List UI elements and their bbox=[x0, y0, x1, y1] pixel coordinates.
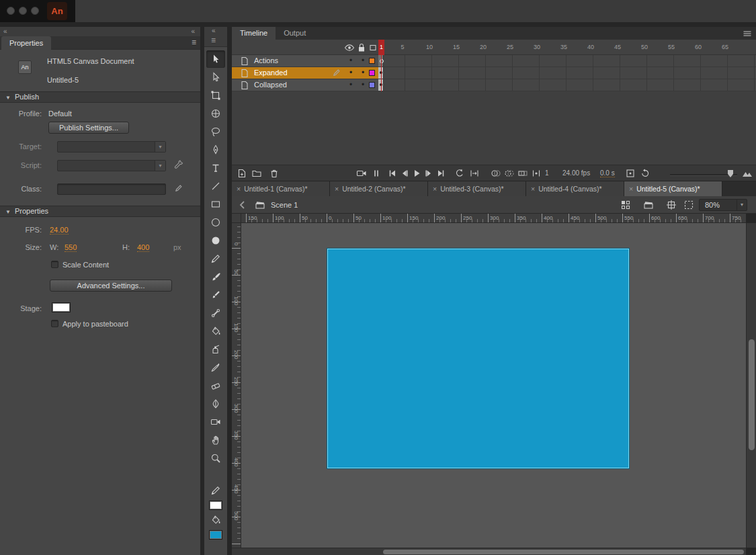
document-tab[interactable]: ×Untitled-5 (Canvas)* bbox=[624, 181, 722, 196]
frame-rate-indicator[interactable]: 24.00 fps bbox=[562, 169, 590, 177]
pause-button[interactable] bbox=[370, 167, 382, 179]
edit-scene-button[interactable] bbox=[643, 200, 655, 212]
close-tab-icon[interactable]: × bbox=[629, 185, 633, 193]
close-tab-icon[interactable]: × bbox=[531, 185, 535, 193]
layer-name-area[interactable]: Collapsed•• bbox=[232, 79, 378, 91]
oval-tool[interactable] bbox=[206, 214, 225, 231]
fps-value[interactable]: 24.00 bbox=[50, 226, 69, 234]
vertical-scrollbar[interactable] bbox=[746, 223, 756, 548]
delete-layer-button[interactable] bbox=[268, 167, 280, 179]
publish-section-header[interactable]: ▼Publish bbox=[0, 91, 200, 103]
zoom-dropdown-arrow-icon[interactable]: ▾ bbox=[737, 200, 747, 210]
loop-playback-button[interactable] bbox=[454, 167, 466, 179]
tools-menu-icon[interactable]: ≡ bbox=[211, 36, 216, 45]
close-tab-icon[interactable]: × bbox=[335, 185, 339, 193]
stroke-color-swatch[interactable] bbox=[209, 501, 222, 510]
panel-menu-icon[interactable]: ≡ bbox=[192, 38, 196, 47]
dropdown-arrow-icon[interactable]: ▾ bbox=[155, 161, 165, 171]
horizontal-scrollbar[interactable] bbox=[232, 548, 746, 555]
apply-to-pasteboard-checkbox[interactable] bbox=[51, 320, 58, 327]
layer-name-area[interactable]: Actions•• bbox=[232, 55, 378, 67]
stage-color-swatch[interactable] bbox=[52, 302, 71, 312]
free-transform-tool[interactable] bbox=[206, 87, 225, 104]
script-select[interactable]: ▾ bbox=[57, 160, 166, 171]
width-tool[interactable] bbox=[206, 395, 225, 413]
selection-tool[interactable] bbox=[206, 50, 225, 68]
timeline-zoom-slider-thumb[interactable] bbox=[728, 170, 733, 177]
center-stage-button[interactable] bbox=[666, 200, 678, 212]
stage-canvas[interactable] bbox=[327, 249, 629, 468]
onion-skin-button[interactable] bbox=[490, 167, 502, 179]
edit-multiple-frames-button[interactable] bbox=[517, 167, 529, 179]
advanced-settings-button[interactable]: Advanced Settings... bbox=[50, 280, 172, 292]
dropdown-arrow-icon[interactable]: ▾ bbox=[155, 142, 165, 152]
collapse-tools-icon[interactable]: « bbox=[212, 27, 216, 34]
go-to-last-frame-button[interactable] bbox=[435, 167, 447, 179]
document-tab[interactable]: ×Untitled-4 (Canvas)* bbox=[526, 181, 624, 196]
gradient-transform-tool[interactable] bbox=[206, 105, 225, 122]
class-input[interactable] bbox=[57, 183, 166, 195]
width-value[interactable]: 550 bbox=[65, 243, 77, 252]
eyedropper-tool[interactable] bbox=[206, 359, 225, 376]
tab-output[interactable]: Output bbox=[276, 27, 314, 40]
layer-lock-dot[interactable]: • bbox=[358, 68, 368, 77]
document-tab[interactable]: ×Untitled-3 (Canvas)* bbox=[428, 181, 526, 196]
clip-content-button[interactable] bbox=[683, 200, 696, 212]
add-camera-button[interactable] bbox=[355, 167, 368, 179]
target-select[interactable]: ▾ bbox=[57, 141, 166, 153]
zoom-tool[interactable] bbox=[206, 450, 225, 467]
timeline-menu-icon[interactable] bbox=[742, 28, 753, 40]
reset-timeline-zoom-button[interactable] bbox=[639, 167, 651, 179]
play-button[interactable] bbox=[411, 167, 423, 179]
bone-tool[interactable] bbox=[206, 304, 225, 322]
step-back-button[interactable] bbox=[398, 167, 411, 179]
tab-properties[interactable]: Properties bbox=[1, 36, 51, 50]
pasteboard[interactable] bbox=[241, 223, 746, 548]
timeline-zoom-large-icon[interactable] bbox=[741, 167, 753, 179]
document-tab[interactable]: ×Untitled-2 (Canvas)* bbox=[330, 181, 428, 196]
scale-content-checkbox[interactable] bbox=[51, 261, 58, 268]
step-forward-button[interactable] bbox=[423, 167, 435, 179]
layer-frame-strip[interactable] bbox=[378, 55, 756, 67]
pencil-tool[interactable] bbox=[206, 250, 225, 267]
zoom-level-select[interactable]: 80% ▾ bbox=[699, 199, 747, 211]
paint-bucket-tool[interactable] bbox=[206, 323, 225, 340]
publish-settings-button[interactable]: Publish Settings... bbox=[48, 122, 129, 134]
oval-primitive-tool[interactable] bbox=[206, 232, 225, 249]
layer-visibility-dot[interactable]: • bbox=[346, 68, 355, 77]
horizontal-scrollbar-thumb[interactable] bbox=[383, 550, 744, 554]
layer-outline-color-swatch[interactable] bbox=[369, 58, 375, 64]
layer-outline-color-swatch[interactable] bbox=[369, 82, 375, 88]
minimize-window-button[interactable] bbox=[19, 7, 27, 15]
ink-bottle-tool[interactable] bbox=[206, 341, 225, 358]
line-tool[interactable] bbox=[206, 177, 225, 195]
script-settings-wrench-icon[interactable] bbox=[173, 160, 184, 172]
pen-tool[interactable] bbox=[206, 141, 225, 159]
tab-timeline[interactable]: Timeline bbox=[232, 27, 276, 40]
close-tab-icon[interactable]: × bbox=[433, 185, 437, 193]
lasso-tool[interactable] bbox=[206, 123, 225, 140]
go-to-first-frame-button[interactable] bbox=[386, 167, 398, 179]
new-folder-button[interactable] bbox=[251, 167, 263, 179]
eraser-tool[interactable] bbox=[206, 377, 225, 394]
loop-range-button[interactable] bbox=[468, 167, 480, 179]
fill-color-swatch[interactable] bbox=[209, 530, 222, 540]
playhead-marker[interactable]: 1 bbox=[378, 40, 384, 55]
timeline-layer-expanded[interactable]: Expanded•• bbox=[232, 67, 756, 79]
layer-lock-dot[interactable]: • bbox=[358, 80, 368, 89]
layer-frame-strip[interactable] bbox=[378, 67, 756, 79]
zoom-window-button[interactable] bbox=[31, 7, 39, 15]
layer-lock-dot[interactable]: • bbox=[358, 56, 368, 65]
edit-class-pencil-icon[interactable] bbox=[175, 184, 183, 194]
collapse-panel-left-icon[interactable]: « bbox=[3, 27, 7, 36]
vertical-scrollbar-thumb[interactable] bbox=[749, 339, 755, 450]
layer-frame-strip[interactable] bbox=[378, 79, 756, 91]
elapsed-time-indicator[interactable]: 0.0 s bbox=[600, 169, 615, 177]
onion-skin-outlines-button[interactable] bbox=[503, 167, 515, 179]
subselection-tool[interactable] bbox=[206, 69, 225, 86]
rectangle-tool[interactable] bbox=[206, 196, 225, 213]
close-tab-icon[interactable]: × bbox=[237, 185, 241, 193]
properties-section-header[interactable]: ▼Properties bbox=[0, 206, 200, 217]
camera-tool[interactable] bbox=[206, 413, 225, 431]
timeline-layer-actions[interactable]: Actions•• bbox=[232, 55, 756, 67]
